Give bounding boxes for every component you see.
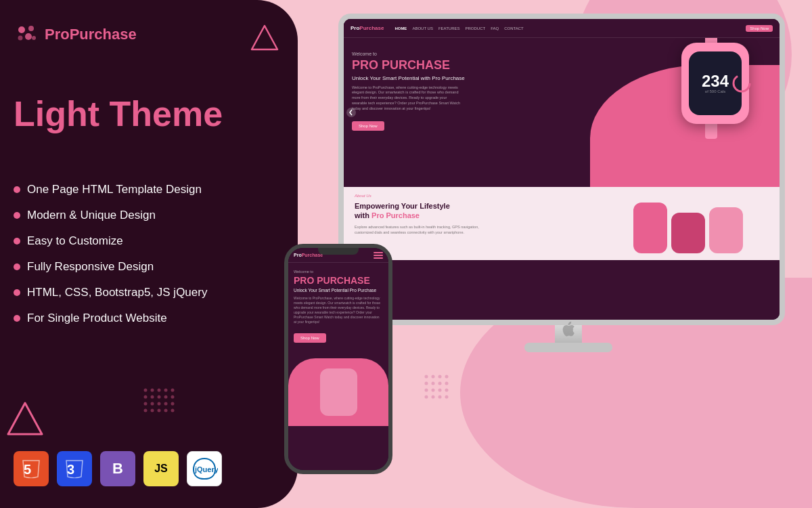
monitor-body: ProPurchase HOME ABOUT US FEATURES PRODU…	[338, 14, 785, 325]
bullet-icon-6	[14, 315, 20, 322]
monitor-about-image	[633, 194, 769, 253]
svg-point-64	[425, 396, 428, 399]
watch-number: 234	[702, 73, 729, 89]
svg-point-9	[164, 389, 168, 392]
svg-point-23	[158, 409, 161, 412]
nav-home: HOME	[394, 26, 407, 30]
svg-point-63	[445, 389, 449, 392]
theme-label: Light Theme	[14, 95, 223, 133]
hamburger-icon[interactable]	[374, 252, 383, 259]
bullet-icon-3	[14, 238, 20, 245]
phone-notch	[318, 248, 359, 255]
bullet-icon-2	[14, 212, 20, 219]
watch-band-bottom	[705, 124, 717, 139]
feature-list: One Page HTML Template Design Modern & U…	[14, 183, 207, 337]
watch-band-top	[705, 38, 717, 43]
svg-point-24	[164, 409, 168, 412]
svg-point-17	[151, 402, 154, 406]
product-image-2	[671, 213, 705, 253]
monitor-stand-base	[524, 343, 612, 352]
css3-badge: 3	[57, 451, 92, 486]
phone-product-image	[320, 368, 357, 416]
phone-desc: Welcome to ProPurchase, where cutting-ed…	[294, 296, 383, 324]
svg-point-62	[438, 389, 442, 392]
bullet-icon-1	[14, 186, 20, 193]
watch-sub: of 500 Cals	[705, 89, 725, 93]
watch-case: 234 of 500 Cals	[681, 43, 749, 124]
watch-ring-svg	[731, 73, 752, 93]
svg-point-12	[151, 396, 154, 399]
svg-point-15	[171, 396, 175, 399]
svg-point-13	[158, 396, 161, 399]
svg-point-8	[158, 389, 161, 392]
svg-point-14	[164, 396, 168, 399]
nav-product: PRODUCT	[466, 26, 486, 30]
svg-point-54	[438, 375, 442, 379]
feature-item-4: Fully Responsive Design	[14, 260, 207, 274]
svg-point-61	[432, 389, 435, 392]
monitor-apple-logo	[562, 321, 575, 340]
svg-point-0	[18, 26, 25, 33]
monitor-shop-btn[interactable]: Shop Now	[746, 25, 773, 32]
phone-body: ProPurchase Welcome to PRO PURCHASE Unlo…	[284, 244, 392, 474]
svg-point-2	[18, 36, 23, 41]
feature-text-5: HTML, CSS, Bootstrap5, JS jQuery	[27, 286, 207, 299]
svg-point-67	[445, 396, 449, 399]
svg-point-60	[425, 389, 428, 392]
javascript-badge: JS	[143, 451, 179, 486]
deco-triangle-top	[250, 24, 279, 55]
deco-triangle-left	[7, 400, 44, 440]
svg-point-20	[171, 402, 175, 406]
svg-point-18	[158, 402, 161, 406]
feature-text-4: Fully Responsive Design	[27, 260, 154, 274]
phone-hero: Welcome to PRO PURCHASE Unlock Your Smar…	[288, 263, 388, 355]
svg-point-10	[171, 389, 175, 392]
svg-text:3: 3	[67, 462, 74, 477]
monitor-hero-btn[interactable]: Shop Now	[352, 121, 384, 131]
svg-marker-31	[252, 26, 277, 49]
svg-point-4	[32, 36, 36, 40]
monitor-slider-arrow[interactable]	[346, 108, 356, 117]
svg-point-58	[438, 382, 442, 385]
phone-welcome: Welcome to	[294, 270, 383, 274]
svg-point-57	[432, 382, 435, 385]
svg-point-55	[445, 375, 449, 379]
svg-point-1	[28, 26, 34, 31]
theme-heading: Light Theme	[14, 95, 223, 133]
deco-dots-left	[142, 387, 179, 420]
theme-light-text: Light	[14, 94, 99, 133]
feature-item-5: HTML, CSS, Bootstrap5, JS jQuery	[14, 286, 207, 299]
monitor-screen: ProPurchase HOME ABOUT US FEATURES PRODU…	[344, 19, 780, 320]
phone-shop-btn[interactable]: Shop Now	[294, 333, 326, 343]
about-title: Empowering Your Lifestylewith Pro Purcha…	[355, 201, 633, 221]
theme-theme-text: Theme	[110, 94, 223, 133]
svg-point-3	[25, 33, 32, 40]
product-image-1	[633, 203, 667, 253]
logo-purchase: Purchase	[70, 26, 137, 43]
svg-point-52	[425, 375, 428, 379]
svg-point-59	[445, 382, 449, 385]
bullet-icon-5	[14, 289, 20, 296]
watch-display: 234 of 500 Cals	[689, 51, 742, 115]
svg-point-19	[164, 402, 168, 406]
svg-point-56	[425, 382, 428, 385]
svg-point-22	[151, 409, 154, 412]
monitor-watch: 234 of 500 Cals	[671, 38, 759, 139]
logo-text: ProPurchase	[45, 26, 137, 43]
svg-point-21	[144, 409, 148, 412]
feature-item-1: One Page HTML Template Design	[14, 183, 207, 196]
monitor-navbar: ProPurchase HOME ABOUT US FEATURES PRODU…	[344, 19, 780, 38]
svg-point-53	[432, 375, 435, 379]
tech-icons-row: 5 3 B JS jQuery	[14, 451, 222, 486]
deco-dots-mid	[423, 373, 460, 406]
feature-text-2: Modern & Unique Design	[27, 209, 156, 222]
html5-badge: 5	[14, 451, 49, 486]
monitor-about-section: About Us Empowering Your Lifestylewith P…	[344, 187, 780, 260]
nav-features: FEATURES	[438, 26, 460, 30]
svg-point-6	[144, 389, 148, 392]
feature-item-3: Easy to Customize	[14, 234, 207, 248]
svg-point-66	[438, 396, 442, 399]
feature-text-3: Easy to Customize	[27, 234, 123, 248]
svg-point-16	[144, 402, 148, 406]
logo-area: ProPurchase	[14, 22, 137, 47]
